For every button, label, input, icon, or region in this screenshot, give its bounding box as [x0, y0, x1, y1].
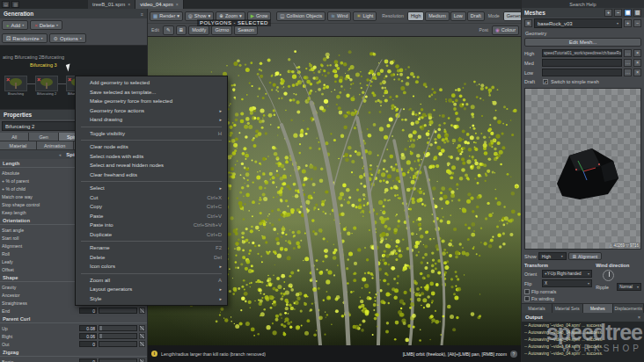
wind-direction-widget[interactable] [603, 270, 614, 281]
render-button[interactable]: ▦Render▾ [150, 11, 183, 21]
panel-menu-icon[interactable]: ≡ [141, 11, 143, 17]
edit-grid-button[interactable]: ⊞ [176, 25, 187, 35]
property-value-field[interactable]: 0 [79, 358, 97, 362]
wind-button[interactable]: ≋Wind [327, 11, 351, 21]
tab-close-icon[interactable]: × [176, 2, 179, 7]
edit-modify-button[interactable]: Modify [188, 25, 209, 35]
property-value-field[interactable]: 0 [79, 341, 97, 347]
context-menu-item-cut[interactable]: CutCtrl+X [76, 193, 227, 203]
asset-tab-materials[interactable]: Materials [522, 304, 553, 313]
window-layout-icon[interactable]: ▤ [2, 1, 10, 8]
randomize-button[interactable]: ⚄ Randomize ▾ [2, 33, 48, 43]
context-menu-item-clear-node-edits[interactable]: Clear node edits [76, 142, 227, 152]
context-menu-item-duplicate[interactable]: DuplicateCtrl+D [76, 230, 227, 240]
property-slider[interactable] [99, 341, 137, 347]
selected-node-label[interactable]: Bifurcating 3 [30, 62, 57, 68]
mode-generator-button[interactable]: Generator [503, 11, 521, 21]
context-menu-item-hand-drawing[interactable]: Hand drawing▸ [76, 115, 227, 125]
mesh-preview[interactable]: △ 40269 ▽ 9716 [524, 88, 641, 250]
collision-objects-button[interactable]: ◫Collision Objects [276, 11, 326, 21]
property-value-field[interactable]: 0.06 [79, 333, 97, 339]
edit-pencil-button[interactable]: ✎ [163, 25, 174, 35]
panel-options-icon[interactable]: ▨ [633, 9, 641, 17]
browse-button[interactable]: … [624, 69, 632, 76]
resolution-low-button[interactable]: Low [450, 11, 466, 21]
mesh-library-icon[interactable]: ▦ [624, 9, 632, 17]
orient-dropdown[interactable]: +Y-Up Right-handed ▾ [542, 270, 592, 278]
context-menu-item-delete[interactable]: DeleteDel [76, 253, 227, 263]
remove-collection-icon[interactable]: − [633, 19, 641, 27]
resolution-draft-button[interactable]: Draft [467, 11, 485, 21]
context-menu-item-select-nodes-with-edits[interactable]: Select nodes with edits [76, 152, 227, 162]
help-icon[interactable]: ? [510, 351, 517, 358]
context-menu-item-save-selected-as-template-[interactable]: Save selected as template... [76, 88, 227, 98]
simple-mesh-checkbox[interactable]: ✓ [543, 79, 548, 84]
alignment-toggle-button[interactable]: ⊞ Alignment [568, 252, 602, 260]
tab-animation[interactable]: Animation [37, 141, 74, 150]
context-menu-item-select[interactable]: Select▸ [76, 184, 227, 193]
curve-button[interactable] [139, 358, 145, 362]
curve-button[interactable] [139, 308, 145, 314]
context-menu-item-paste[interactable]: PasteCtrl+V [76, 212, 227, 221]
delete-generator-button[interactable]: × Delete ▾ [30, 20, 62, 30]
mesh-path-field[interactable] [542, 69, 622, 76]
context-menu-item-toggle-visibility[interactable]: Toggle visibilityH [76, 129, 227, 139]
asset-tab-displacements[interactable]: Displacements [613, 304, 644, 313]
edit-season-button[interactable]: Season [234, 25, 258, 35]
list-icon[interactable]: ≡ [524, 19, 532, 27]
edit-mesh-button[interactable]: Edit Mesh... [524, 38, 641, 47]
tab-close-icon[interactable]: × [128, 2, 130, 7]
asset-tab-meshes[interactable]: Meshes [583, 304, 614, 313]
context-menu-item-add-geometry-to-selected[interactable]: Add geometry to selected [76, 78, 227, 88]
window-split-icon[interactable]: ▥ [11, 1, 19, 8]
document-tab-video-04-spm[interactable]: video_04.spm× [135, 0, 183, 9]
curve-button[interactable] [139, 333, 145, 339]
property-slider[interactable] [99, 325, 137, 331]
context-menu-item-clear-freehand-edits[interactable]: Clear freehand edits [76, 170, 227, 180]
generator-node-bifurcating-2[interactable]: ×Bifurcating 2 [35, 76, 58, 96]
context-menu-item-copy[interactable]: CopyCtrl+C [76, 202, 227, 212]
context-menu-item-geometry-force-actions[interactable]: Geometry force actions▸ [76, 106, 227, 116]
resolution-medium-button[interactable]: Medium [425, 11, 450, 21]
resolution-high-button[interactable]: High [407, 11, 424, 21]
property-slider[interactable] [99, 333, 137, 339]
fix-winding-checkbox[interactable] [524, 296, 530, 301]
generator-node-branching[interactable]: ×Branching [4, 76, 27, 96]
asset-tab-material-sets[interactable]: Material Sets [553, 304, 583, 313]
mesh-path-field[interactable]: speedTutorial01_work/speedtree/ch/baseRo… [542, 49, 622, 57]
tab-gen[interactable]: Gen [29, 133, 58, 141]
prev-section-icon[interactable]: ◂ [59, 152, 62, 157]
context-menu-item-rename[interactable]: RenameF2 [76, 243, 227, 253]
curve-button[interactable] [139, 341, 145, 347]
add-generator-button[interactable]: + Add ▾ [2, 20, 28, 30]
context-menu-item-zoom-all[interactable]: Zoom allA [76, 276, 227, 286]
curve-button[interactable] [139, 325, 145, 331]
search-help-bar[interactable]: Search Help [522, 0, 644, 8]
browse-button[interactable]: … [624, 49, 632, 57]
light-button[interactable]: ☀Light [353, 11, 377, 21]
property-value-field[interactable]: 0.08 [79, 325, 97, 331]
clear-button[interactable]: × [633, 49, 641, 57]
context-menu-item-layout-generators[interactable]: Layout generators▸ [76, 285, 227, 294]
context-menu-item-make-geometry-force-from-selected[interactable]: Make geometry force from selected [76, 97, 227, 106]
add-mesh-icon[interactable]: + [604, 9, 612, 17]
show-lod-dropdown[interactable]: High ▾ [538, 252, 567, 260]
options-button[interactable]: ⚙ Options ▾ [49, 33, 86, 43]
ripple-dropdown[interactable]: Normal ▾ [617, 283, 641, 291]
close-icon[interactable]: × [638, 315, 640, 320]
context-menu-item-icon-colors[interactable]: Icon colors▸ [76, 262, 227, 272]
edit-gizmo-button[interactable]: Gizmo [211, 25, 232, 35]
mesh-path-field[interactable] [542, 59, 622, 67]
flip-dropdown[interactable]: X ▾ [542, 279, 592, 287]
tab-material[interactable]: Material [0, 141, 37, 150]
context-menu-item-style[interactable]: Style▸ [76, 294, 227, 304]
context-menu-item-paste-into[interactable]: Paste intoCtrl+Shift+V [76, 221, 227, 230]
remove-mesh-icon[interactable]: − [614, 9, 622, 17]
add-collection-icon[interactable]: + [624, 19, 632, 27]
property-slider[interactable] [99, 358, 137, 362]
context-menu-item-select-and-reveal-hidden-nodes[interactable]: Select and reveal hidden nodes [76, 161, 227, 170]
colour-button[interactable]: ◉Colour [492, 25, 519, 35]
property-value-field[interactable]: 0 [79, 308, 97, 314]
tab-all[interactable]: All [0, 133, 29, 141]
flip-normals-checkbox[interactable] [524, 289, 530, 294]
